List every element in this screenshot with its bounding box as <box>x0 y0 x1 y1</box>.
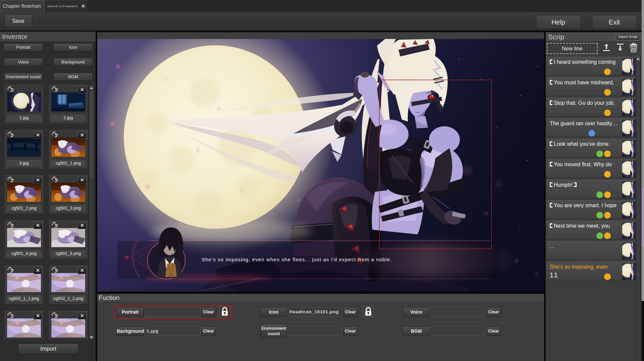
svg-text:She's so imposing, even when s: She's so imposing, even when she flees..… <box>202 257 392 262</box>
